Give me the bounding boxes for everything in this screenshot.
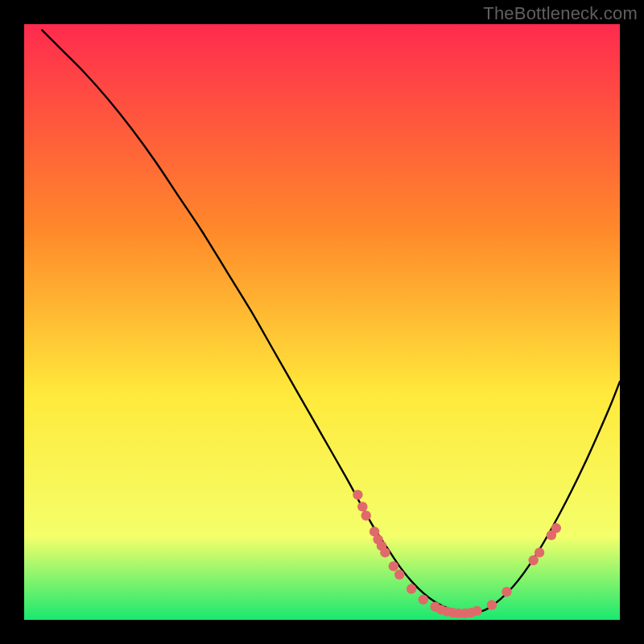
watermark-label: TheBottleneck.com — [483, 3, 638, 24]
data-point — [353, 489, 362, 499]
data-point — [361, 510, 371, 520]
data-point — [394, 570, 404, 580]
data-point — [407, 584, 416, 593]
data-point — [472, 606, 481, 616]
data-point — [551, 523, 561, 533]
data-point — [502, 587, 511, 597]
data-point — [535, 547, 544, 557]
data-point — [389, 561, 398, 571]
data-point — [380, 547, 390, 557]
bottleneck-chart — [24, 24, 620, 620]
data-point — [487, 600, 497, 609]
data-point — [357, 502, 367, 511]
gradient-background — [24, 24, 620, 620]
data-point — [419, 595, 428, 605]
chart-frame — [24, 24, 620, 620]
